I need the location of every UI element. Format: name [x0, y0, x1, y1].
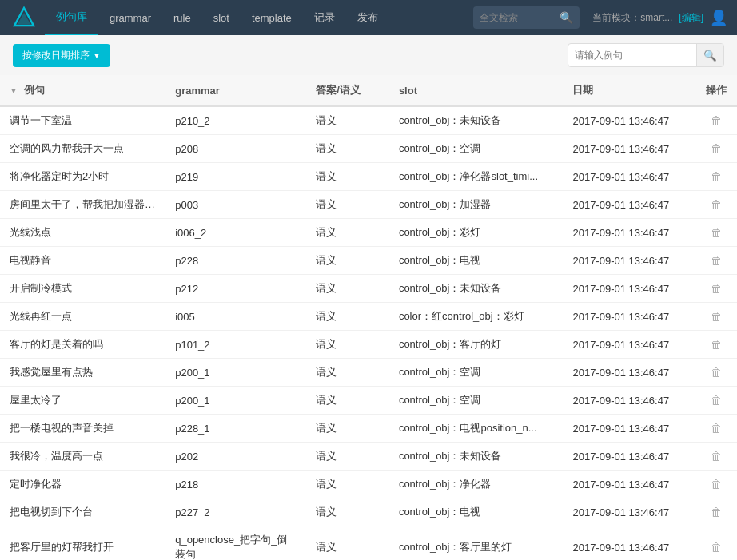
cell-answer: 语义 — [306, 526, 389, 561]
delete-row-button[interactable]: 🗑 — [711, 450, 722, 463]
cell-action: 🗑 — [695, 387, 737, 415]
cell-grammar: q_openclose_把字句_倒装句 — [165, 526, 306, 561]
search-icon: 🔍 — [703, 50, 717, 62]
toolbar: 按修改日期排序 ▼ 🔍 — [0, 35, 737, 75]
cell-example: 把一楼电视的声音关掉 — [0, 415, 165, 443]
cell-example: 把客厅里的灯帮我打开 — [0, 526, 165, 561]
cell-example: 屋里太冷了 — [0, 387, 165, 415]
col-header-answer: 答案/语义 — [306, 75, 389, 106]
example-table: ▼ 例句 grammar 答案/语义 slot 日期 操作 调节一下室温 p21… — [0, 75, 737, 560]
cell-example: 开启制冷模式 — [0, 275, 165, 303]
cell-action: 🗑 — [695, 106, 737, 135]
sort-by-date-button[interactable]: 按修改日期排序 ▼ — [13, 44, 110, 67]
top-nav: 例句库 grammar rule slot template 记录 发布 🔍 当… — [0, 0, 737, 35]
col-header-grammar: grammar — [165, 75, 306, 106]
nav-item-examples[interactable]: 例句库 — [45, 0, 98, 35]
cell-grammar: p212 — [165, 275, 306, 303]
table-row: 空调的风力帮我开大一点 p208 语义 control_obj：空调 2017-… — [0, 135, 737, 163]
cell-date: 2017-09-01 13:46:47 — [563, 191, 695, 219]
delete-row-button[interactable]: 🗑 — [711, 366, 722, 379]
cell-action: 🗑 — [695, 135, 737, 163]
cell-action: 🗑 — [695, 191, 737, 219]
chevron-down-icon: ▼ — [93, 51, 101, 60]
cell-date: 2017-09-01 13:46:47 — [563, 106, 695, 135]
cell-example: 光线再红一点 — [0, 303, 165, 331]
delete-row-button[interactable]: 🗑 — [711, 478, 722, 490]
table-row: 光线再红一点 i005 语义 color：红control_obj：彩灯 201… — [0, 303, 737, 331]
cell-date: 2017-09-01 13:46:47 — [563, 247, 695, 275]
cell-example: 把电视切到下个台 — [0, 498, 165, 526]
example-search-button[interactable]: 🔍 — [696, 44, 723, 66]
cell-slot: control_obj：净化器slot_timi... — [389, 163, 564, 191]
cell-slot: control_obj：加湿器 — [389, 191, 564, 219]
cell-date: 2017-09-01 13:46:47 — [563, 498, 695, 526]
fulltext-search-input[interactable] — [480, 12, 560, 23]
fulltext-search-bar[interactable]: 🔍 — [473, 6, 580, 29]
delete-row-button[interactable]: 🗑 — [711, 506, 722, 518]
cell-answer: 语义 — [306, 247, 389, 275]
delete-row-button[interactable]: 🗑 — [711, 541, 722, 554]
delete-row-button[interactable]: 🗑 — [711, 394, 722, 407]
cell-answer: 语义 — [306, 163, 389, 191]
cell-slot: control_obj：未知设备 — [389, 106, 564, 135]
cell-example: 我很冷，温度高一点 — [0, 443, 165, 471]
cell-example: 我感觉屋里有点热 — [0, 359, 165, 387]
cell-grammar: p003 — [165, 191, 306, 219]
table-row: 将净化器定时为2小时 p219 语义 control_obj：净化器slot_t… — [0, 163, 737, 191]
cell-slot: control_obj：未知设备 — [389, 275, 564, 303]
delete-row-button[interactable]: 🗑 — [711, 254, 722, 267]
nav-item-slot[interactable]: slot — [202, 0, 241, 35]
nav-item-rule[interactable]: rule — [162, 0, 202, 35]
cell-grammar: p227_2 — [165, 498, 306, 526]
edit-module-button[interactable]: [编辑] — [679, 11, 703, 25]
example-table-container: ▼ 例句 grammar 答案/语义 slot 日期 操作 调节一下室温 p21… — [0, 75, 737, 560]
cell-example: 客厅的灯是关着的吗 — [0, 331, 165, 359]
nav-item-grammar[interactable]: grammar — [98, 0, 162, 35]
delete-row-button[interactable]: 🗑 — [711, 114, 722, 127]
cell-slot: control_obj：电视position_n... — [389, 415, 564, 443]
cell-answer: 语义 — [306, 303, 389, 331]
table-row: 我感觉屋里有点热 p200_1 语义 control_obj：空调 2017-0… — [0, 359, 737, 387]
table-row: 调节一下室温 p210_2 语义 control_obj：未知设备 2017-0… — [0, 106, 737, 135]
cell-action: 🗑 — [695, 275, 737, 303]
table-row: 我很冷，温度高一点 p202 语义 control_obj：未知设备 2017-… — [0, 443, 737, 471]
delete-row-button[interactable]: 🗑 — [711, 338, 722, 351]
table-body: 调节一下室温 p210_2 语义 control_obj：未知设备 2017-0… — [0, 106, 737, 560]
cell-grammar: p208 — [165, 135, 306, 163]
col-header-slot: slot — [389, 75, 564, 106]
delete-row-button[interactable]: 🗑 — [711, 170, 722, 183]
cell-answer: 语义 — [306, 471, 389, 498]
cell-action: 🗑 — [695, 471, 737, 498]
cell-answer: 语义 — [306, 443, 389, 471]
cell-slot: control_obj：客厅里的灯 — [389, 526, 564, 561]
delete-row-button[interactable]: 🗑 — [711, 226, 722, 239]
nav-item-publish[interactable]: 发布 — [346, 0, 389, 35]
col-header-example: ▼ 例句 — [0, 75, 165, 106]
user-icon[interactable]: 👤 — [710, 9, 727, 26]
cell-date: 2017-09-01 13:46:47 — [563, 331, 695, 359]
cell-grammar: p219 — [165, 163, 306, 191]
cell-date: 2017-09-01 13:46:47 — [563, 219, 695, 247]
delete-row-button[interactable]: 🗑 — [711, 282, 722, 295]
cell-date: 2017-09-01 13:46:47 — [563, 415, 695, 443]
cell-date: 2017-09-01 13:46:47 — [563, 135, 695, 163]
delete-row-button[interactable]: 🗑 — [711, 142, 722, 155]
cell-grammar: p101_2 — [165, 331, 306, 359]
cell-action: 🗑 — [695, 247, 737, 275]
example-search-bar: 🔍 — [568, 43, 724, 67]
delete-row-button[interactable]: 🗑 — [711, 198, 722, 211]
nav-item-records[interactable]: 记录 — [303, 0, 346, 35]
nav-item-template[interactable]: template — [241, 0, 303, 35]
table-row: 客厅的灯是关着的吗 p101_2 语义 control_obj：客厅的灯 201… — [0, 331, 737, 359]
cell-date: 2017-09-01 13:46:47 — [563, 526, 695, 561]
table-row: 光线浅点 i006_2 语义 control_obj：彩灯 2017-09-01… — [0, 219, 737, 247]
cell-slot: control_obj：空调 — [389, 359, 564, 387]
table-row: 房间里太干了，帮我把加湿器… p003 语义 control_obj：加湿器 2… — [0, 191, 737, 219]
example-search-input[interactable] — [568, 50, 696, 61]
delete-row-button[interactable]: 🗑 — [711, 422, 722, 435]
table-row: 把客厅里的灯帮我打开 q_openclose_把字句_倒装句 语义 contro… — [0, 526, 737, 561]
delete-row-button[interactable]: 🗑 — [711, 310, 722, 323]
cell-answer: 语义 — [306, 331, 389, 359]
table-row: 电视静音 p228 语义 control_obj：电视 2017-09-01 1… — [0, 247, 737, 275]
cell-slot: control_obj：客厅的灯 — [389, 331, 564, 359]
